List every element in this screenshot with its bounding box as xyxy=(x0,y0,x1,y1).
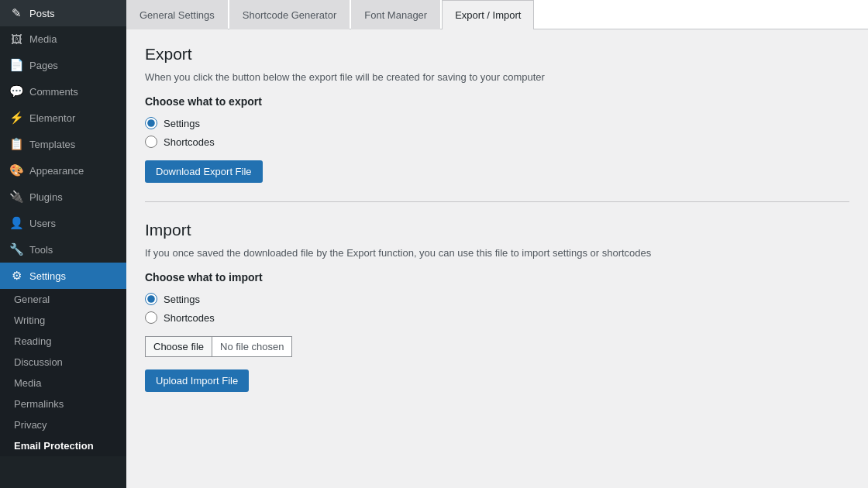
sidebar-item-permalinks[interactable]: Permalinks xyxy=(0,393,126,414)
tab-shortcode-generator[interactable]: Shortcode Generator xyxy=(229,0,350,29)
import-shortcodes-radio[interactable] xyxy=(145,311,157,324)
reading-label: Reading xyxy=(14,335,51,347)
sidebar-item-writing[interactable]: Writing xyxy=(0,310,126,331)
tab-bar: General Settings Shortcode Generator Fon… xyxy=(126,0,868,29)
sidebar-item-label: Settings xyxy=(29,270,66,282)
sidebar-item-discussion[interactable]: Discussion xyxy=(0,352,126,373)
sidebar-item-label: Users xyxy=(29,218,56,229)
import-shortcodes-option[interactable]: Shortcodes xyxy=(145,311,849,324)
sidebar-item-settings[interactable]: ⚙ Settings xyxy=(0,263,126,289)
sidebar-item-reading[interactable]: Reading xyxy=(0,331,126,352)
main-area: General Settings Shortcode Generator Fon… xyxy=(126,0,868,488)
media-icon: 🖼 xyxy=(9,33,23,46)
pages-icon: 📄 xyxy=(9,58,23,72)
tab-general-settings[interactable]: General Settings xyxy=(126,0,228,29)
export-title: Export xyxy=(145,45,849,64)
file-no-chosen-text: No file chosen xyxy=(212,336,292,357)
appearance-icon: 🎨 xyxy=(9,163,23,177)
upload-import-button[interactable]: Upload Import File xyxy=(145,369,249,392)
section-divider xyxy=(145,201,849,202)
sidebar: ✎ Posts 🖼 Media 📄 Pages 💬 Comments ⚡ Ele… xyxy=(0,0,126,488)
sidebar-item-comments[interactable]: 💬 Comments xyxy=(0,78,126,105)
comments-icon: 💬 xyxy=(9,84,23,98)
sidebar-item-appearance[interactable]: 🎨 Appearance xyxy=(0,157,126,184)
tab-font-manager[interactable]: Font Manager xyxy=(351,0,440,29)
plugins-icon: 🔌 xyxy=(9,190,23,204)
sidebar-item-label: Tools xyxy=(29,244,53,256)
sidebar-item-privacy[interactable]: Privacy xyxy=(0,414,126,435)
sidebar-item-label: Comments xyxy=(29,86,78,98)
discussion-label: Discussion xyxy=(14,356,63,368)
export-choose-label: Choose what to export xyxy=(145,95,849,108)
templates-icon: 📋 xyxy=(9,137,23,151)
import-choose-label: Choose what to import xyxy=(145,271,849,284)
sidebar-item-tools[interactable]: 🔧 Tools xyxy=(0,236,126,263)
sidebar-item-email-protection[interactable]: Email Protection xyxy=(0,435,126,456)
import-options: Settings Shortcodes xyxy=(145,293,849,324)
sidebar-item-media-sub[interactable]: Media xyxy=(0,373,126,393)
export-description: When you click the button below the expo… xyxy=(145,71,849,83)
export-settings-label: Settings xyxy=(164,118,200,129)
sidebar-item-templates[interactable]: 📋 Templates xyxy=(0,131,126,157)
sidebar-item-label: Elementor xyxy=(29,112,75,124)
permalinks-label: Permalinks xyxy=(14,398,64,410)
import-title: Import xyxy=(145,221,849,239)
settings-icon: ⚙ xyxy=(9,269,23,283)
email-protection-label: Email Protection xyxy=(14,440,94,452)
import-shortcodes-label: Shortcodes xyxy=(164,312,215,324)
download-export-button[interactable]: Download Export File xyxy=(145,160,263,183)
sidebar-item-label: Posts xyxy=(29,8,55,19)
sidebar-item-plugins[interactable]: 🔌 Plugins xyxy=(0,184,126,210)
sidebar-item-posts[interactable]: ✎ Posts xyxy=(0,0,126,26)
privacy-label: Privacy xyxy=(14,419,47,431)
sidebar-item-users[interactable]: 👤 Users xyxy=(0,210,126,236)
export-shortcodes-label: Shortcodes xyxy=(164,136,215,148)
import-settings-label: Settings xyxy=(164,294,200,305)
export-settings-option[interactable]: Settings xyxy=(145,117,849,129)
import-settings-radio[interactable] xyxy=(145,293,157,305)
content-area: Export When you click the button below t… xyxy=(126,29,868,488)
posts-icon: ✎ xyxy=(9,6,23,20)
sidebar-item-label: Media xyxy=(29,33,57,45)
choose-file-button[interactable]: Choose file xyxy=(145,336,212,357)
settings-submenu: General Writing Reading Discussion Media… xyxy=(0,289,126,456)
sidebar-item-elementor[interactable]: ⚡ Elementor xyxy=(0,105,126,131)
export-shortcodes-radio[interactable] xyxy=(145,136,157,148)
file-input-wrapper: Choose file No file chosen xyxy=(145,336,849,357)
tools-icon: 🔧 xyxy=(9,242,23,256)
export-options: Settings Shortcodes xyxy=(145,117,849,148)
import-description: If you once saved the downloaded file by… xyxy=(145,247,849,259)
sidebar-item-label: Pages xyxy=(29,60,58,71)
sidebar-item-media[interactable]: 🖼 Media xyxy=(0,26,126,52)
users-icon: 👤 xyxy=(9,216,23,230)
media-sub-label: Media xyxy=(14,377,41,389)
sidebar-item-label: Appearance xyxy=(29,165,84,177)
import-settings-option[interactable]: Settings xyxy=(145,293,849,305)
sidebar-item-pages[interactable]: 📄 Pages xyxy=(0,52,126,78)
elementor-icon: ⚡ xyxy=(9,111,23,125)
export-settings-radio[interactable] xyxy=(145,117,157,129)
tab-export-import[interactable]: Export / Import xyxy=(442,0,534,29)
export-shortcodes-option[interactable]: Shortcodes xyxy=(145,136,849,148)
writing-label: Writing xyxy=(14,314,45,326)
sidebar-item-label: Templates xyxy=(29,139,75,150)
general-label: General xyxy=(14,294,50,305)
sidebar-item-label: Plugins xyxy=(29,191,63,203)
sidebar-item-general[interactable]: General xyxy=(0,289,126,310)
